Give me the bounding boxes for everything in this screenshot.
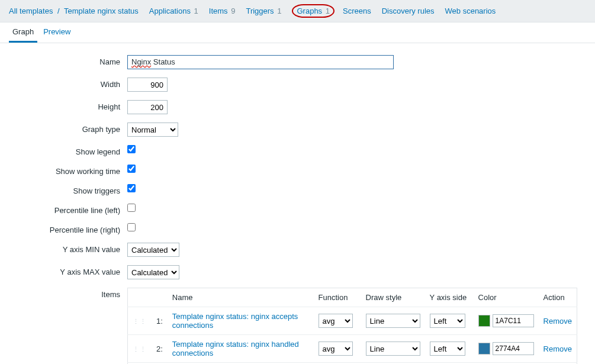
col-name: Name xyxy=(168,288,314,307)
bc-screens[interactable]: Screens xyxy=(343,7,371,15)
label-items: Items xyxy=(9,288,127,299)
yaxis-select[interactable]: Left xyxy=(430,314,465,328)
color-swatch[interactable] xyxy=(478,343,490,355)
show-triggers-checkbox[interactable] xyxy=(127,184,136,192)
ymax-select[interactable]: Calculated xyxy=(127,265,179,279)
label-show-legend: Show legend xyxy=(9,145,127,156)
label-ymax: Y axis MAX value xyxy=(9,265,127,276)
col-yaxis: Y axis side xyxy=(425,288,474,307)
drawstyle-select[interactable]: Line xyxy=(366,342,420,356)
tab-preview[interactable]: Preview xyxy=(40,22,74,43)
name-field[interactable]: Nginx Status xyxy=(127,55,394,69)
tabs: Graph Preview xyxy=(0,22,595,43)
label-show-triggers: Show triggers xyxy=(9,184,127,195)
color-swatch[interactable] xyxy=(478,315,490,327)
table-row: ⋮⋮2:Template nginx status: nginx handled… xyxy=(128,335,577,363)
breadcrumb: All templates / Template nginx status Ap… xyxy=(0,0,595,22)
show-working-time-checkbox[interactable] xyxy=(127,165,136,173)
function-select[interactable]: avg xyxy=(319,342,353,356)
table-row: ⋮⋮1:Template nginx status: nginx accepts… xyxy=(128,307,577,335)
label-name: Name xyxy=(9,55,127,66)
drag-handle-icon[interactable]: ⋮⋮ xyxy=(133,346,147,353)
tab-graph[interactable]: Graph xyxy=(9,22,37,43)
row-number: 1: xyxy=(152,307,168,335)
col-function: Function xyxy=(314,288,361,307)
function-select[interactable]: avg xyxy=(319,314,353,328)
items-table: Name Function Draw style Y axis side Col… xyxy=(127,288,577,364)
item-link[interactable]: Template nginx status: nginx accepts con… xyxy=(172,312,298,330)
color-input[interactable] xyxy=(493,314,534,327)
label-graph-type: Graph type xyxy=(9,123,127,134)
bc-graphs[interactable]: Graphs 1 xyxy=(292,4,335,18)
percentile-right-checkbox[interactable] xyxy=(127,223,136,231)
highlight-circle: Graphs 1 xyxy=(292,4,335,18)
drag-handle-icon[interactable]: ⋮⋮ xyxy=(133,318,147,325)
bc-applications[interactable]: Applications 1 xyxy=(149,7,198,15)
row-number: 2: xyxy=(152,335,168,363)
bc-items[interactable]: Items 9 xyxy=(209,7,236,15)
col-action: Action xyxy=(539,288,577,307)
bc-web-scenarios[interactable]: Web scenarios xyxy=(445,7,496,15)
label-percentile-right: Percentile line (right) xyxy=(9,223,127,234)
bc-template-name[interactable]: Template nginx status xyxy=(64,7,139,15)
yaxis-select[interactable]: Left xyxy=(430,342,465,356)
item-link[interactable]: Template nginx status: nginx handled con… xyxy=(172,340,299,357)
col-drawstyle: Draw style xyxy=(361,288,425,307)
bc-triggers[interactable]: Triggers 1 xyxy=(246,7,281,15)
color-input[interactable] xyxy=(493,342,534,355)
label-show-working-time: Show working time xyxy=(9,165,127,176)
bc-all-templates[interactable]: All templates xyxy=(9,7,53,15)
show-legend-checkbox[interactable] xyxy=(127,145,136,153)
label-height: Height xyxy=(9,100,127,111)
label-width: Width xyxy=(9,78,127,89)
bc-discovery-rules[interactable]: Discovery rules xyxy=(382,7,435,15)
remove-link[interactable]: Remove xyxy=(543,344,572,353)
remove-link[interactable]: Remove xyxy=(543,317,572,326)
width-field[interactable] xyxy=(127,78,168,92)
label-ymin: Y axis MIN value xyxy=(9,243,127,254)
graph-type-select[interactable]: Normal xyxy=(127,123,178,137)
ymin-select[interactable]: Calculated xyxy=(127,243,179,257)
graph-form: Name Nginx Status Width Height Graph typ… xyxy=(0,43,595,364)
percentile-left-checkbox[interactable] xyxy=(127,204,136,212)
col-color: Color xyxy=(474,288,539,307)
drawstyle-select[interactable]: Line xyxy=(366,314,420,328)
label-percentile-left: Percentile line (left) xyxy=(9,204,127,215)
height-field[interactable] xyxy=(127,100,168,114)
